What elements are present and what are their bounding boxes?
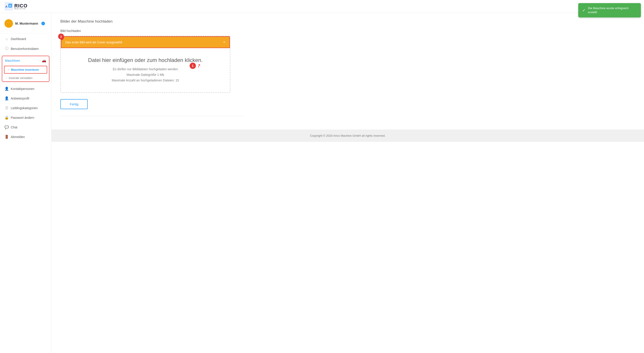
logout-icon: 🚪 xyxy=(4,135,9,139)
maschinen-section: Maschinen ‹ 🚗 → Maschine inserieren → In… xyxy=(2,56,50,82)
sidebar-item-lieblingskategorien[interactable]: ☰ Lieblingskategorien xyxy=(0,103,51,113)
info-icon: ⓘ xyxy=(4,46,9,51)
sidebar-item-maschinen[interactable]: Maschinen ‹ 🚗 xyxy=(2,56,49,65)
profile-icon: 👤 xyxy=(4,96,9,100)
content-area: Bilder der Maschine hochladen Bild hochl… xyxy=(52,13,253,130)
sidebar-label-chat: Chat xyxy=(11,126,18,129)
sidebar-divider-2 xyxy=(0,55,51,55)
sidebar-item-anbieterprofil[interactable]: 👤 Anbieterprofil xyxy=(0,94,51,103)
sidebar-label-inserieren: Maschine inserieren xyxy=(11,68,39,71)
sidebar-label-benutzerkontodaten: Benutzerkontodaten xyxy=(11,47,39,51)
top-header: A RICO Machine ▾ xyxy=(0,0,644,13)
app-layout: M. Mustermann ✓ ⌂ Dashboard ⓘ Benutzerko… xyxy=(0,13,644,353)
chat-icon: 💬 xyxy=(4,125,9,129)
sidebar-label-dashboard: Dashboard xyxy=(11,37,26,41)
user-avatar xyxy=(4,19,13,28)
step-badge-1: 1 xyxy=(190,63,196,69)
user-name: M. Mustermann xyxy=(15,22,38,25)
fertig-button[interactable]: Fertig xyxy=(60,99,88,109)
categories-icon: ☰ xyxy=(4,106,9,110)
sidebar-label-passwort: Passwort ändern xyxy=(11,116,34,119)
step-1-indicator: 1 ↗ xyxy=(190,63,201,69)
sidebar-label-kontaktpersonen: Kontaktpersonen xyxy=(11,87,34,91)
page-title: Bilder der Maschine hochladen xyxy=(60,19,244,24)
step-badge-2: 2 xyxy=(58,34,64,39)
sidebar-item-kontaktpersonen[interactable]: 👤 Kontaktpersonen xyxy=(0,84,51,94)
sidebar-item-passwort[interactable]: 🔒 Passwort ändern xyxy=(0,113,51,122)
contact-icon: 👤 xyxy=(4,87,9,91)
logo-icon: A xyxy=(4,2,13,11)
upload-info-text: Das erste Bild wird als Cover ausgewählt xyxy=(65,41,122,44)
upload-sub-text: Es dürfen nur Bilddateien hochgeladen we… xyxy=(68,67,223,84)
mcdonalds-icon xyxy=(6,21,12,26)
user-section: M. Mustermann ✓ xyxy=(0,17,51,32)
section-label: Bild hochladen xyxy=(60,29,244,33)
footer: Copyright © 2020 Arico Machine GmbH all … xyxy=(52,130,644,142)
upload-line2: Maximale Dateigröße 1 Mb xyxy=(68,72,223,78)
footer-text: Copyright © 2020 Arico Machine GmbH all … xyxy=(310,134,386,137)
sidebar-label-lieblingskategorien: Lieblingskategorien xyxy=(11,106,38,110)
logo-sub: Machine xyxy=(14,8,28,10)
upload-wrapper: 2 Das erste Bild wird als Cover ausgewäh… xyxy=(60,36,244,93)
upload-line3: Maximale Anzahl an hochgeladenen Dateien… xyxy=(68,78,223,83)
maschinen-collapse-icon[interactable]: ‹ xyxy=(40,59,40,62)
sidebar: M. Mustermann ✓ ⌂ Dashboard ⓘ Benutzerko… xyxy=(0,13,52,353)
sidebar-item-dashboard[interactable]: ⌂ Dashboard xyxy=(0,34,51,44)
sidebar-label-verwalten: Inserate verwalten xyxy=(9,76,32,80)
sidebar-divider-3 xyxy=(0,83,51,83)
sidebar-item-chat[interactable]: 💬 Chat xyxy=(0,122,51,132)
logo: A RICO Machine xyxy=(4,2,28,11)
home-icon: ⌂ xyxy=(4,37,9,41)
success-toast: ✓ Die Maschine wurde erfolgreich erstell… xyxy=(578,3,641,18)
lock-icon: 🔒 xyxy=(4,115,9,120)
user-verified-icon: ✓ xyxy=(41,22,45,25)
sidebar-divider xyxy=(0,33,51,33)
sidebar-sub-item-verwalten[interactable]: → Inserate verwalten xyxy=(2,75,49,81)
toast-message: Die Maschine wurde erfolgreich erstellt! xyxy=(588,6,637,14)
svg-rect-2 xyxy=(8,4,12,8)
sidebar-sub-item-inserieren[interactable]: → Maschine inserieren xyxy=(4,66,47,74)
upload-dropzone[interactable]: Datei hier einfügen oder zum hochladen k… xyxy=(61,48,230,92)
sidebar-label-anbieterprofil: Anbieterprofil xyxy=(11,97,29,100)
sidebar-label-maschinen: Maschinen xyxy=(5,59,20,62)
upload-close-icon[interactable]: × xyxy=(223,40,226,45)
sidebar-item-abmelden[interactable]: 🚪 Abmelden xyxy=(0,132,51,142)
check-icon: ✓ xyxy=(582,8,586,13)
upload-container[interactable]: Das erste Bild wird als Cover ausgewählt… xyxy=(60,36,230,93)
svg-text:A: A xyxy=(5,5,8,8)
maschinen-car-icon: 🚗 xyxy=(42,58,46,63)
sidebar-label-abmelden: Abmelden xyxy=(11,135,25,139)
arrow-right-icon: → xyxy=(7,68,10,71)
upload-main-text: Datei hier einfügen oder zum hochladen k… xyxy=(68,57,223,63)
sidebar-item-benutzerkontodaten[interactable]: ⓘ Benutzerkontodaten xyxy=(0,44,51,54)
section-divider xyxy=(60,116,244,116)
arrow-right-icon-2: → xyxy=(4,76,8,80)
main-content: Bilder der Maschine hochladen Bild hochl… xyxy=(52,13,644,353)
upload-info-bar: Das erste Bild wird als Cover ausgewählt… xyxy=(61,36,230,48)
